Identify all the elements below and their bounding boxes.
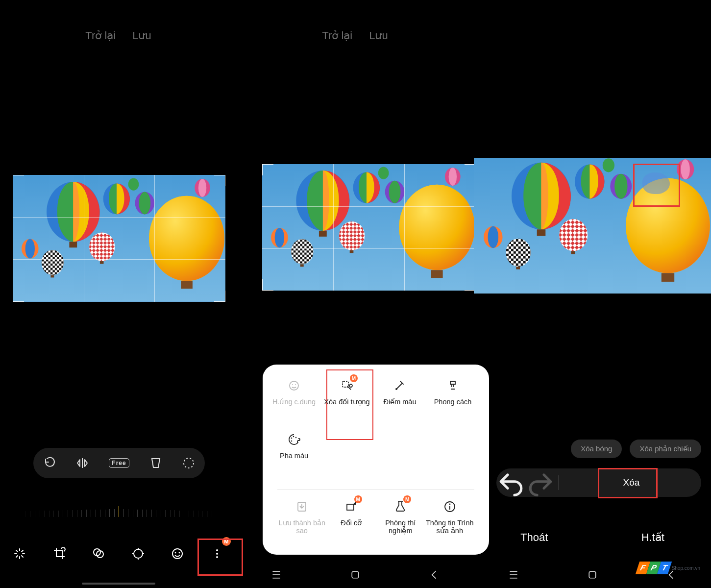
crop-handle-tr[interactable] — [214, 175, 225, 186]
adjust-tab[interactable] — [124, 540, 152, 567]
panel-more-sheet: Trở lại Lưu H.ứng c.dung M Xóa đối tượng… — [237, 0, 473, 588]
option-save-as-copy[interactable]: Lưu thành bản sao — [277, 498, 327, 552]
option-color-mix[interactable]: Pha màu — [268, 431, 320, 485]
auto-enhance-tab[interactable] — [6, 540, 33, 567]
image-preview[interactable] — [262, 164, 476, 291]
crop-handle-tl[interactable] — [262, 164, 273, 175]
option-resize[interactable]: M Đổi cỡ — [327, 498, 376, 552]
option-label: Phòng thí nghiệm — [376, 519, 425, 535]
crop-handle-bl[interactable] — [13, 291, 24, 302]
panel-object-eraser: Xóa bóng Xóa phản chiếu Xóa Thoát H.tất … — [474, 0, 711, 588]
perspective-icon[interactable] — [149, 457, 162, 469]
option-label: Đổi cỡ — [341, 519, 362, 527]
transform-toolbar: Free — [33, 448, 205, 478]
crop-handle-tl[interactable] — [13, 175, 24, 186]
option-spot-color[interactable]: Điểm màu — [373, 377, 426, 431]
highlight-erase-button — [598, 468, 658, 498]
back-button[interactable]: Trở lại — [85, 29, 116, 42]
redo-button[interactable] — [526, 468, 555, 497]
new-badge: M — [403, 495, 411, 503]
option-label: Phong cách — [434, 398, 472, 406]
crop-handle-bl[interactable] — [262, 279, 273, 291]
stickers-tab[interactable] — [164, 540, 191, 567]
exit-button[interactable]: Thoát — [520, 531, 548, 544]
option-label: Xóa đối tượng — [324, 398, 369, 406]
save-button[interactable]: Lưu — [369, 29, 388, 42]
lasso-icon[interactable] — [182, 457, 195, 469]
new-badge: M — [354, 495, 362, 503]
recents-button[interactable] — [507, 568, 520, 581]
eraser-suggestions: Xóa bóng Xóa phản chiếu — [493, 440, 701, 458]
option-portrait-effect[interactable]: H.ứng c.dung — [268, 377, 320, 431]
back-button[interactable]: Trở lại — [322, 29, 352, 42]
home-button[interactable] — [586, 568, 599, 581]
more-options-sheet: H.ứng c.dung M Xóa đối tượng Điểm màu Ph… — [263, 365, 489, 555]
new-badge: M — [350, 374, 358, 382]
recents-button[interactable] — [270, 568, 283, 581]
option-object-eraser[interactable]: M Xóa đối tượng — [320, 377, 373, 431]
option-label: Thông tin Trình sửa ảnh — [425, 519, 475, 535]
option-about-editor[interactable]: Thông tin Trình sửa ảnh — [425, 498, 475, 552]
option-label: H.ứng c.dung — [272, 398, 316, 406]
rotation-ruler[interactable] — [25, 502, 212, 522]
option-label: Điểm màu — [383, 398, 416, 406]
gesture-bar[interactable] — [82, 583, 155, 585]
top-bar: Trở lại Lưu — [237, 29, 473, 42]
crop-tab[interactable] — [46, 540, 73, 567]
option-label: Lưu thành bản sao — [277, 519, 327, 535]
chip-remove-shadow[interactable]: Xóa bóng — [571, 440, 622, 458]
back-nav-button[interactable] — [428, 568, 441, 581]
eraser-selection-mask[interactable] — [642, 172, 670, 194]
flip-icon[interactable] — [76, 457, 89, 469]
crop-handle-br[interactable] — [214, 291, 225, 302]
rotate-icon[interactable] — [43, 457, 56, 469]
divider — [558, 475, 559, 490]
android-navbar — [237, 568, 473, 581]
top-bar: Trở lại Lưu — [0, 29, 237, 42]
option-labs[interactable]: M Phòng thí nghiệm — [376, 498, 425, 552]
chip-remove-reflection[interactable]: Xóa phản chiếu — [630, 440, 701, 458]
panel-crop: Trở lại Lưu Free M — [0, 0, 237, 588]
done-button[interactable]: H.tất — [641, 531, 664, 544]
image-preview[interactable] — [13, 175, 225, 302]
filters-tab[interactable] — [85, 540, 112, 567]
home-button[interactable] — [349, 568, 362, 581]
ratio-free-button[interactable]: Free — [109, 458, 129, 468]
fpt-subtext: Shop.com.vn — [672, 565, 700, 571]
save-button[interactable]: Lưu — [132, 29, 151, 42]
option-style[interactable]: Phong cách — [426, 377, 479, 431]
undo-button[interactable] — [496, 468, 526, 497]
option-label: Pha màu — [280, 452, 308, 460]
bottom-actions: Thoát H.tất — [474, 531, 711, 544]
fpt-watermark: F P T Shop.com.vn — [637, 562, 700, 574]
